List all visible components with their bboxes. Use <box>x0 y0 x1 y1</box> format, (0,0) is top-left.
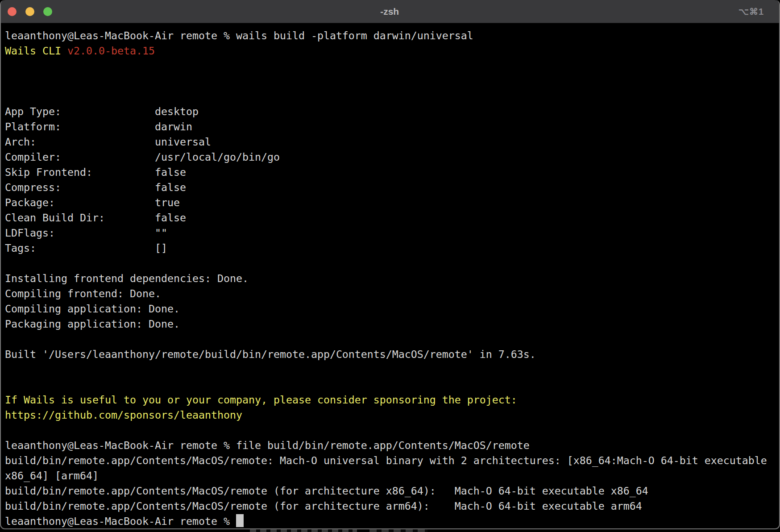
terminal-text-segment: Packaging application: Done. <box>5 318 180 330</box>
terminal-line: Package: true <box>5 195 779 210</box>
terminal-text-segment: Skip Frontend: false <box>5 166 186 178</box>
terminal-text-segment: Tags: [] <box>5 242 167 254</box>
terminal-text-segment: Clean Build Dir: false <box>5 212 186 224</box>
text-cursor <box>236 514 244 527</box>
terminal-text-segment: If Wails is useful to you or your compan… <box>5 394 517 406</box>
terminal-line: Compress: false <box>5 180 779 195</box>
terminal-text-segment: build/bin/remote.app/Contents/MacOS/remo… <box>5 500 642 512</box>
terminal-line: Built '/Users/leaanthony/remote/build/bi… <box>5 347 779 362</box>
terminal-text-segment: Platform: darwin <box>5 121 192 133</box>
terminal-line: build/bin/remote.app/Contents/MacOS/remo… <box>5 499 779 514</box>
terminal-line: LDFlags: "" <box>5 225 779 241</box>
terminal-text-segment: Installing frontend dependencies: Done. <box>5 272 249 284</box>
titlebar[interactable]: -zsh ⌥⌘1 <box>1 0 779 23</box>
terminal-text-segment: leaanthony@Leas-MacBook-Air remote % <box>5 515 236 527</box>
tab-shortcut-label: ⌥⌘1 <box>739 6 764 17</box>
terminal-text-segment: leaanthony@Leas-MacBook-Air remote % fil… <box>5 439 530 451</box>
terminal-window: -zsh ⌥⌘1 leaanthony@Leas-MacBook-Air rem… <box>0 0 780 529</box>
background-window-sliver <box>250 529 357 532</box>
terminal-line: Installing frontend dependencies: Done. <box>5 271 779 286</box>
terminal-line: Arch: universal <box>5 134 779 150</box>
terminal-line: build/bin/remote.app/Contents/MacOS/remo… <box>5 483 779 499</box>
terminal-line <box>5 74 779 89</box>
terminal-line: Tags: [] <box>5 241 779 256</box>
terminal-line <box>5 377 779 392</box>
terminal-line: Platform: darwin <box>5 119 779 134</box>
terminal-text-segment: Package: true <box>5 196 180 208</box>
terminal-line: Clean Build Dir: false <box>5 210 779 225</box>
terminal-text-segment: build/bin/remote.app/Contents/MacOS/remo… <box>5 454 767 466</box>
terminal-line: Compiler: /usr/local/go/bin/go <box>5 150 779 165</box>
terminal-line: leaanthony@Leas-MacBook-Air remote % fil… <box>5 438 779 453</box>
terminal-text-segment: https://github.com/sponsors/leaanthony <box>5 409 242 421</box>
terminal-line: If Wails is useful to you or your compan… <box>5 392 779 407</box>
terminal-line: App Type: desktop <box>5 104 779 119</box>
zoom-button[interactable] <box>43 7 52 16</box>
terminal-line <box>5 423 779 438</box>
terminal-text-segment: LDFlags: "" <box>5 227 167 239</box>
terminal-line <box>5 58 779 74</box>
traffic-lights <box>8 0 52 23</box>
terminal-text-segment: App Type: desktop <box>5 105 199 117</box>
terminal-text-segment: leaanthony@Leas-MacBook-Air remote % wai… <box>5 29 473 42</box>
terminal-line <box>5 256 779 271</box>
terminal-line <box>5 89 779 104</box>
terminal-text-segment: Compiler: /usr/local/go/bin/go <box>5 151 280 163</box>
terminal-text-segment: Built '/Users/leaanthony/remote/build/bi… <box>5 348 536 360</box>
terminal-text-segment: Compress: false <box>5 181 186 193</box>
terminal-line: Packaging application: Done. <box>5 316 779 332</box>
terminal-line: Compiling frontend: Done. <box>5 286 779 301</box>
terminal-text-segment: build/bin/remote.app/Contents/MacOS/remo… <box>5 485 648 497</box>
minimize-button[interactable] <box>25 7 34 16</box>
terminal-line: https://github.com/sponsors/leaanthony <box>5 407 779 423</box>
terminal-line <box>5 332 779 347</box>
terminal-line: leaanthony@Leas-MacBook-Air remote % wai… <box>5 28 779 43</box>
terminal-line: leaanthony@Leas-MacBook-Air remote % <box>5 514 779 529</box>
close-button[interactable] <box>8 7 17 16</box>
terminal-text-segment: Compiling frontend: Done. <box>5 287 161 299</box>
terminal-text-segment: Wails CLI <box>5 45 67 57</box>
terminal-line: Wails CLI v2.0.0-beta.15 <box>5 43 779 58</box>
terminal-line: Skip Frontend: false <box>5 165 779 180</box>
terminal-content[interactable]: leaanthony@Leas-MacBook-Air remote % wai… <box>1 23 779 529</box>
terminal-text-segment: x86_64] [arm64] <box>5 470 99 482</box>
terminal-text-segment: Compiling application: Done. <box>5 303 180 315</box>
terminal-line: Compiling application: Done. <box>5 301 779 316</box>
terminal-line: x86_64] [arm64] <box>5 468 779 483</box>
terminal-text-segment: v2.0.0-beta.15 <box>67 45 155 57</box>
terminal-text-segment: Arch: universal <box>5 136 211 148</box>
terminal-line: build/bin/remote.app/Contents/MacOS/remo… <box>5 453 779 468</box>
terminal-line <box>5 362 779 377</box>
window-title: -zsh <box>380 6 399 17</box>
background-window-sliver <box>369 529 427 532</box>
